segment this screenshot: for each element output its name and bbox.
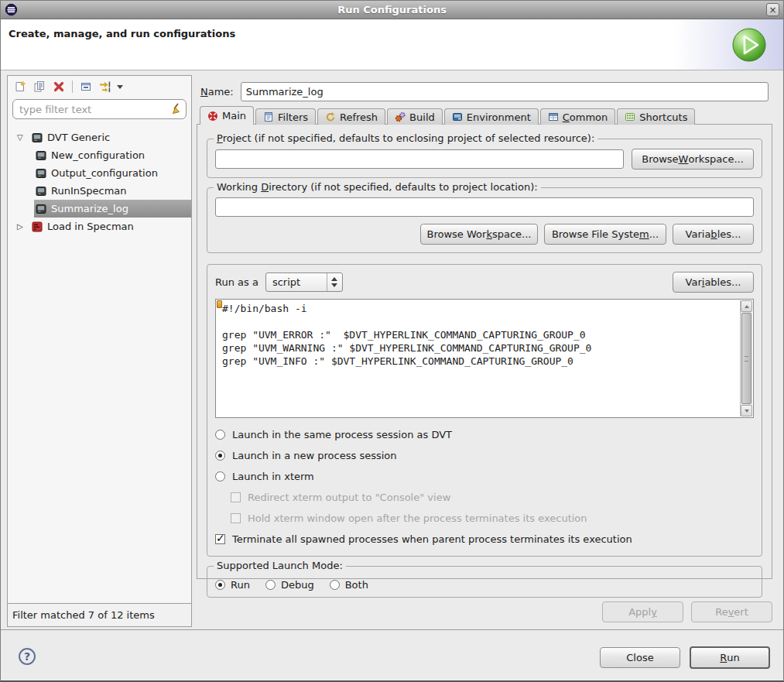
tab-filters[interactable]: Filters: [255, 108, 316, 125]
tab-label: Refresh: [340, 111, 378, 123]
tab-label: Main: [222, 110, 246, 122]
configuration-type-icon: [32, 132, 43, 143]
configuration-icon: [36, 150, 46, 161]
script-editor[interactable]: #!/bin/bash -i grep "UVM_ERROR :" $DVT_H…: [215, 299, 754, 418]
tab-shortcuts[interactable]: Shortcuts: [617, 108, 695, 125]
workdir-browse-workspace-button[interactable]: Browse Workspace...: [420, 224, 538, 245]
revert-button: Revert: [691, 601, 772, 622]
tree-item-runinspecman[interactable]: RunInSpecman: [8, 182, 191, 200]
duplicate-configuration-icon[interactable]: [33, 81, 46, 93]
configuration-icon: [36, 168, 46, 179]
common-tab-icon: [548, 111, 559, 122]
window-title: Run Configurations: [18, 4, 766, 15]
runas-variables-button[interactable]: Variables...: [673, 272, 754, 293]
project-browse-workspace-button[interactable]: Browse Workspace...: [632, 149, 754, 170]
filter-row: [12, 99, 187, 119]
run-banner-icon: [731, 26, 768, 66]
collapse-all-icon[interactable]: [80, 81, 92, 93]
radio-label: Both: [345, 579, 368, 591]
tree-item-dvt-generic[interactable]: DVT Generic: [8, 129, 191, 146]
tab-environment[interactable]: Environment: [444, 108, 539, 125]
filter-input[interactable]: [12, 99, 187, 119]
workdir-variables-button[interactable]: Variables...: [673, 224, 754, 245]
configuration-icon: [36, 204, 46, 214]
clear-filter-broom-icon[interactable]: [169, 103, 182, 118]
tree-item-label: DVT Generic: [47, 132, 110, 143]
configurations-tree: DVT Generic New_configuration Output_con…: [8, 124, 191, 603]
radio-launch-same-session[interactable]: Launch in the same process session as DV…: [215, 424, 754, 445]
tree-item-label: Load in Specman: [47, 221, 134, 232]
shortcuts-tab-icon: [625, 111, 635, 122]
scroll-up-icon[interactable]: [741, 300, 752, 312]
expander-open-icon[interactable]: [17, 133, 30, 142]
working-directory-group-legend: Working Directory (if not specified, def…: [214, 181, 541, 193]
tree-item-label: Output_configuration: [51, 167, 158, 179]
tab-main[interactable]: Main: [200, 106, 254, 125]
radio-launch-in-xterm[interactable]: Launch in xterm: [215, 466, 754, 487]
close-button[interactable]: Close: [600, 647, 680, 668]
checkbox-hold-xterm-open: Hold xterm window open after the process…: [231, 508, 754, 529]
radio-icon[interactable]: [215, 471, 225, 482]
tab-common[interactable]: Common: [540, 108, 616, 125]
run-as-label: Run as a: [215, 276, 258, 288]
working-directory-input[interactable]: [215, 197, 754, 217]
filter-status: Filter matched 7 of 12 items: [8, 603, 191, 626]
refresh-tab-icon: [325, 111, 336, 122]
tree-item-label: New_configuration: [51, 149, 145, 161]
project-input[interactable]: [215, 149, 624, 169]
expander-closed-icon[interactable]: [17, 222, 30, 231]
checkbox-checked-icon[interactable]: [215, 534, 225, 544]
script-text[interactable]: #!/bin/bash -i grep "UVM_ERROR :" $DVT_H…: [216, 300, 753, 417]
combo-spinner-icon[interactable]: [327, 273, 342, 291]
project-group: Project (if not specified, defaults to e…: [207, 139, 762, 178]
tab-build[interactable]: Build: [387, 108, 443, 125]
script-scrollbar[interactable]: [740, 300, 752, 416]
tree-item-summarize-log-selected[interactable]: Summarize_log: [8, 200, 191, 218]
project-group-legend: Project (if not specified, defaults to e…: [214, 132, 597, 144]
checkbox-terminate-spawned-processes[interactable]: Terminate all spawned processes when par…: [215, 529, 754, 550]
footer: Close Run: [1, 629, 783, 682]
scroll-down-icon[interactable]: [741, 405, 752, 416]
dialog-description: Create, manage, and run configurations: [9, 28, 235, 39]
checkbox-disabled-icon: [231, 492, 241, 502]
close-window-icon[interactable]: [766, 3, 779, 16]
main-tab-icon: [207, 111, 218, 122]
configuration-form: Name: Main Filters Refresh: [197, 75, 779, 627]
toolbar-menu-chevron-icon[interactable]: [117, 85, 123, 89]
radio-icon[interactable]: [330, 580, 340, 590]
specman-type-icon: [32, 221, 43, 232]
radio-icon[interactable]: [215, 430, 225, 440]
configuration-icon: [36, 186, 46, 197]
tab-refresh[interactable]: Refresh: [317, 108, 385, 125]
run-as-combo[interactable]: script: [265, 272, 343, 292]
radio-mode-both[interactable]: Both: [330, 579, 368, 591]
workdir-browse-file-system-button[interactable]: Browse File System...: [544, 224, 666, 245]
launch-mode-group: Supported Launch Mode: Run Debug Both: [207, 566, 762, 598]
tab-label: Environment: [467, 111, 531, 123]
radio-label: Debug: [281, 579, 314, 591]
radio-launch-new-session[interactable]: Launch in a new process session: [215, 445, 754, 466]
delete-configuration-icon[interactable]: [53, 81, 65, 93]
scrollbar-thumb[interactable]: [741, 313, 751, 404]
filter-launch-configurations-icon[interactable]: [99, 81, 111, 93]
help-icon[interactable]: [19, 648, 36, 665]
radio-mode-debug[interactable]: Debug: [265, 579, 314, 591]
content-assist-marker-icon: [217, 300, 222, 308]
radio-selected-icon[interactable]: [215, 451, 225, 461]
new-configuration-icon[interactable]: [14, 81, 26, 93]
tree-item-new-configuration[interactable]: New_configuration: [8, 146, 191, 164]
run-button[interactable]: Run: [690, 646, 770, 669]
name-input[interactable]: [241, 82, 769, 101]
working-directory-group: Working Directory (if not specified, def…: [207, 187, 762, 253]
checkbox-disabled-icon: [231, 513, 241, 523]
checkbox-label: Hold xterm window open after the process…: [248, 512, 587, 524]
tree-item-output-configuration[interactable]: Output_configuration: [8, 164, 191, 182]
radio-label: Run: [231, 579, 250, 591]
launch-mode-legend: Supported Launch Mode:: [214, 560, 346, 571]
radio-selected-icon[interactable]: [215, 580, 225, 590]
tree-item-load-in-specman[interactable]: Load in Specman: [8, 218, 191, 235]
tab-label: Build: [409, 111, 435, 123]
radio-mode-run[interactable]: Run: [215, 579, 250, 591]
eclipse-window-icon[interactable]: [5, 3, 18, 16]
radio-icon[interactable]: [265, 580, 276, 590]
